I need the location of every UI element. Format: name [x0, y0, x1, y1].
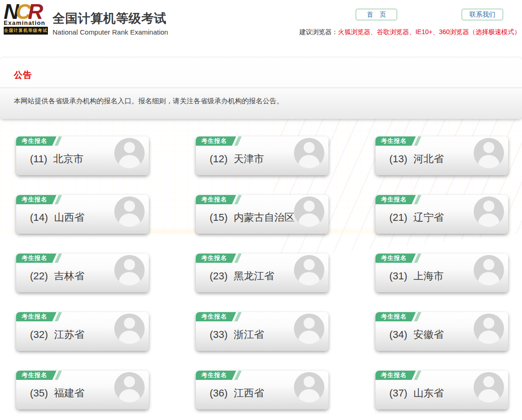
person-icon-body	[299, 331, 320, 344]
province-card[interactable]: 考生报名 (12)天津市	[196, 136, 328, 175]
registration-ribbon: 考生报名	[196, 195, 231, 204]
registration-ribbon: 考生报名	[196, 254, 231, 263]
province-card[interactable]: 考生报名 (22)吉林省	[16, 254, 149, 292]
announcement-body: 本网站提供各省级承办机构的报名入口。报名细则，请关注各省级承办机构的报名公告。	[14, 97, 283, 106]
province-card[interactable]: 考生报名 (36)江西省	[196, 371, 328, 409]
person-icon-head	[124, 259, 135, 270]
announcement-title: 公告	[14, 69, 32, 81]
province-card[interactable]: 考生报名 (21)辽宁省	[375, 195, 508, 234]
province-name: 安徽省	[413, 329, 444, 340]
announcement-panel: 公告 本网站提供各省级承办机构的报名入口。报名细则，请关注各省级承办机构的报名公…	[0, 58, 522, 119]
registration-ribbon-label: 考生报名	[375, 136, 411, 146]
province-card[interactable]: 考生报名 (33)浙江省	[196, 312, 328, 351]
province-label: (32)江苏省	[30, 328, 84, 342]
province-card[interactable]: 考生报名 (23)黑龙江省	[196, 254, 328, 292]
registration-ribbon-label: 考生报名	[196, 136, 231, 146]
footer-strip	[0, 417, 522, 420]
person-silhouette-icon	[114, 314, 145, 344]
registration-ribbon: 考生报名	[375, 136, 411, 146]
registration-ribbon: 考生报名	[196, 371, 231, 380]
province-card[interactable]: 考生报名 (14)山西省	[16, 195, 149, 234]
province-card[interactable]: 考生报名 (34)安徽省	[375, 312, 508, 351]
site-header: NCR Examination 全国计算机等级考试 全国计算机等级考试 Nati…	[0, 0, 522, 41]
person-icon-head	[483, 201, 494, 212]
province-code: (34)	[389, 329, 407, 340]
person-icon-head	[304, 376, 315, 387]
registration-ribbon: 考生报名	[375, 195, 411, 204]
registration-ribbon: 考生报名	[16, 195, 51, 204]
ncre-logo-letters: NCR	[4, 3, 48, 20]
registration-ribbon: 考生报名	[16, 312, 51, 321]
province-card[interactable]: 考生报名 (11)北京市	[16, 136, 149, 175]
province-code: (21)	[389, 212, 407, 223]
person-silhouette-icon	[474, 255, 504, 285]
browser-recommendation-value: 火狐浏览器、谷歌浏览器、IE10+、360浏览器（选择极速模式）	[338, 28, 521, 35]
registration-ribbon: 考生报名	[16, 371, 51, 380]
province-code: (33)	[210, 329, 228, 340]
person-icon-body	[478, 331, 499, 344]
province-name: 江西省	[234, 387, 264, 399]
province-label: (34)安徽省	[389, 328, 444, 342]
person-icon-body	[119, 389, 140, 402]
province-code: (32)	[30, 329, 48, 340]
province-card[interactable]: 考生报名 (15)内蒙古自治区	[196, 195, 328, 234]
person-silhouette-icon	[114, 372, 145, 402]
province-card[interactable]: 考生报名 (13)河北省	[375, 136, 508, 175]
province-label: (15)内蒙古自治区	[210, 211, 294, 225]
province-label: (11)北京市	[30, 152, 84, 166]
site-title-block: 全国计算机等级考试 National Computer Rank Examina…	[53, 10, 168, 36]
person-icon-head	[304, 142, 315, 153]
person-icon-body	[299, 389, 320, 402]
registration-ribbon-label: 考生报名	[16, 136, 51, 146]
person-icon-head	[483, 376, 494, 387]
province-code: (37)	[389, 387, 407, 399]
person-icon-head	[124, 318, 135, 329]
province-name: 河北省	[413, 153, 444, 165]
person-icon-head	[304, 259, 315, 270]
registration-ribbon-label: 考生报名	[16, 371, 51, 380]
province-name: 浙江省	[234, 329, 264, 340]
registration-ribbon-label: 考生报名	[375, 371, 411, 380]
registration-ribbon: 考生报名	[196, 136, 231, 146]
registration-ribbon: 考生报名	[375, 254, 411, 263]
home-button[interactable]: 首 页	[356, 9, 397, 20]
person-icon-body	[119, 272, 140, 285]
browser-recommendation: 建议浏览器：火狐浏览器、谷歌浏览器、IE10+、360浏览器（选择极速模式）	[299, 28, 521, 36]
province-label: (36)江西省	[210, 386, 264, 400]
person-silhouette-icon	[294, 372, 324, 402]
logo-examination-text: Examination	[4, 19, 48, 26]
logo-chinese-bar: 全国计算机等级考试	[4, 27, 48, 35]
ncre-logo[interactable]: NCR Examination 全国计算机等级考试	[4, 3, 48, 35]
province-code: (31)	[389, 270, 407, 282]
person-icon-body	[478, 389, 499, 402]
province-card[interactable]: 考生报名 (37)山东省	[375, 371, 508, 409]
province-card[interactable]: 考生报名 (31)上海市	[375, 254, 508, 292]
registration-ribbon-label: 考生报名	[196, 195, 231, 204]
province-card[interactable]: 考生报名 (35)福建省	[16, 371, 149, 409]
province-card[interactable]: 考生报名 (32)江苏省	[16, 312, 149, 351]
person-icon-head	[304, 318, 315, 329]
person-silhouette-icon	[114, 196, 145, 227]
person-icon-head	[483, 259, 494, 270]
person-silhouette-icon	[294, 138, 324, 168]
person-silhouette-icon	[114, 255, 145, 285]
province-name: 上海市	[413, 270, 444, 282]
province-name: 江苏省	[54, 329, 84, 340]
person-icon-head	[483, 318, 494, 329]
contact-us-button[interactable]: 联系我们	[462, 9, 503, 20]
province-label: (12)天津市	[210, 152, 264, 166]
province-code: (13)	[389, 153, 407, 165]
person-silhouette-icon	[474, 196, 504, 227]
registration-ribbon: 考生报名	[375, 371, 411, 380]
province-label: (35)福建省	[30, 386, 84, 400]
registration-ribbon-label: 考生报名	[196, 254, 231, 263]
registration-ribbon: 考生报名	[196, 312, 231, 321]
province-label: (37)山东省	[389, 386, 444, 400]
person-silhouette-icon	[294, 196, 324, 227]
province-code: (11)	[30, 153, 47, 165]
province-code: (23)	[210, 270, 228, 282]
person-icon-head	[483, 142, 494, 153]
page-subtitle: National Computer Rank Examination	[53, 28, 168, 36]
province-label: (22)吉林省	[30, 269, 84, 283]
registration-ribbon-label: 考生报名	[16, 312, 51, 321]
